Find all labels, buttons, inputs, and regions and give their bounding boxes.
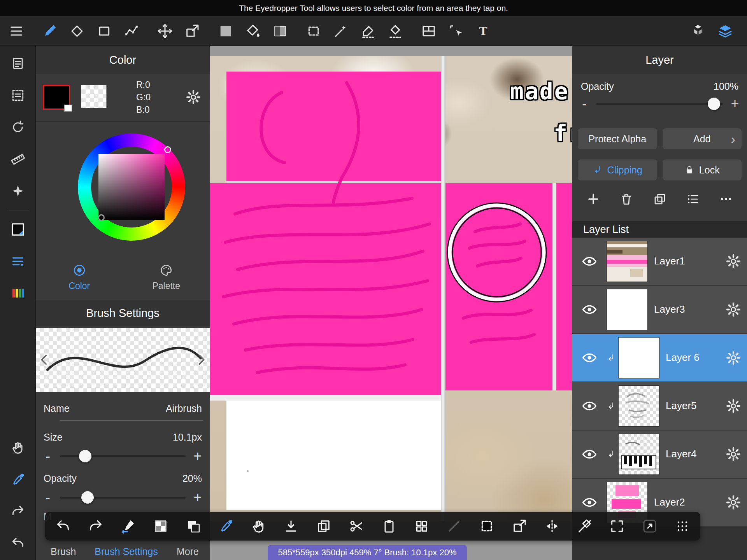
tool-material-icon[interactable] xyxy=(690,23,706,39)
quick-expand-icon[interactable] xyxy=(609,518,625,534)
opacity-plus-button[interactable]: + xyxy=(190,490,205,504)
layer-thumbnail[interactable] xyxy=(607,241,648,282)
side-select-list-icon[interactable] xyxy=(11,88,25,103)
quick-copy-front-icon[interactable] xyxy=(186,518,201,534)
more-options-icon[interactable] xyxy=(719,192,733,206)
quick-hand-icon[interactable] xyxy=(251,518,267,534)
tab-brush[interactable]: Brush xyxy=(51,546,76,557)
clipping-button[interactable]: Clipping xyxy=(578,159,657,180)
protect-alpha-button[interactable]: Protect Alpha xyxy=(578,128,657,149)
side-eyedropper-icon[interactable] xyxy=(11,472,25,487)
layer-row[interactable]: Layer3 xyxy=(572,286,747,334)
tool-select-eraser-icon[interactable] xyxy=(388,23,403,39)
opacity-minus-button[interactable]: - xyxy=(40,490,55,504)
layer-opacity-knob[interactable] xyxy=(708,98,720,110)
opacity-slider-knob[interactable] xyxy=(81,491,94,504)
add-layer-icon[interactable] xyxy=(586,192,600,206)
tool-wand-icon[interactable] xyxy=(333,23,349,39)
brush-name-value[interactable]: Airbrush xyxy=(166,403,202,414)
tab-color[interactable]: Color xyxy=(36,256,123,299)
tool-transform-icon[interactable] xyxy=(184,23,200,39)
layer-settings-gear-icon[interactable] xyxy=(726,446,741,462)
quick-marquee-fill-icon[interactable] xyxy=(479,518,494,534)
side-hand-icon[interactable] xyxy=(11,440,25,455)
layer-visibility-cell[interactable] xyxy=(572,334,607,382)
tool-move-icon[interactable] xyxy=(157,23,173,39)
quick-diag-icon[interactable] xyxy=(446,518,462,534)
layer-settings-gear-icon[interactable] xyxy=(726,495,741,510)
layer-thumbnail[interactable] xyxy=(618,337,659,378)
tool-polyline-icon[interactable] xyxy=(124,23,139,39)
layer-row[interactable]: Layer 6 xyxy=(572,334,747,382)
tool-panel-icon[interactable] xyxy=(421,23,437,39)
layer-visibility-cell[interactable] xyxy=(572,382,607,430)
quick-eyedropper-icon[interactable] xyxy=(218,518,234,534)
layer-visible-icon[interactable] xyxy=(581,398,598,414)
opacity-slider-track[interactable] xyxy=(60,497,186,499)
add-button[interactable]: Add › xyxy=(663,128,742,149)
secondary-color-swatch[interactable] xyxy=(81,85,107,108)
side-paint-deco-icon[interactable] xyxy=(11,184,25,198)
tool-select-icon[interactable] xyxy=(306,23,321,39)
quick-download-icon[interactable] xyxy=(283,518,299,534)
layer-thumbnail[interactable] xyxy=(607,289,648,330)
layer-opacity-minus-button[interactable]: - xyxy=(577,97,592,111)
primary-color-swatch[interactable] xyxy=(43,85,70,110)
tool-brush-icon[interactable] xyxy=(42,23,58,39)
tab-brush-settings[interactable]: Brush Settings xyxy=(95,546,158,557)
delete-layer-icon[interactable] xyxy=(619,192,633,206)
tool-text-icon[interactable]: T xyxy=(475,23,491,39)
layer-opacity-track[interactable] xyxy=(596,103,723,105)
quick-flip-icon[interactable] xyxy=(544,518,560,534)
quick-brush-arrows-icon[interactable] xyxy=(121,518,136,534)
side-undo-icon[interactable] xyxy=(11,536,25,551)
quick-redo-icon[interactable] xyxy=(88,518,103,534)
sv-marker[interactable] xyxy=(98,214,105,221)
tool-eraser-icon[interactable] xyxy=(69,23,85,39)
lock-button[interactable]: Lock xyxy=(663,159,742,180)
layer-thumbnail[interactable] xyxy=(618,385,659,427)
quick-grid4-icon[interactable] xyxy=(414,518,430,534)
side-color-bars-icon[interactable] xyxy=(11,286,25,301)
canvas-area[interactable]: made fr xyxy=(210,46,572,560)
quick-copy-icon[interactable] xyxy=(316,518,331,534)
side-ruler-icon[interactable] xyxy=(11,152,25,166)
layer-list-view-icon[interactable] xyxy=(686,192,700,206)
quick-undo-icon[interactable] xyxy=(55,518,71,534)
size-slider-knob[interactable] xyxy=(79,450,91,462)
layer-row[interactable]: Layer1 xyxy=(572,238,747,286)
layer-row[interactable]: Layer5 xyxy=(572,382,747,430)
quick-share-sq-icon[interactable] xyxy=(642,518,658,534)
tool-menu-icon[interactable] xyxy=(9,23,24,39)
side-redo-icon[interactable] xyxy=(11,504,25,519)
layer-visibility-cell[interactable] xyxy=(572,238,607,285)
layer-clipping-icon[interactable] xyxy=(607,353,616,362)
side-pages-icon[interactable] xyxy=(11,56,25,71)
quick-transform-icon[interactable] xyxy=(512,518,527,534)
tool-bucket-icon[interactable] xyxy=(245,23,261,39)
previous-brush-icon[interactable] xyxy=(37,353,51,367)
size-plus-button[interactable]: + xyxy=(190,449,205,463)
quick-clipboard-icon[interactable] xyxy=(381,518,397,534)
size-minus-button[interactable]: - xyxy=(40,449,55,463)
hue-marker[interactable] xyxy=(164,146,171,153)
layer-settings-gear-icon[interactable] xyxy=(726,302,741,317)
layer-visible-icon[interactable] xyxy=(581,301,598,318)
layer-row[interactable]: Layer4 xyxy=(572,430,747,479)
side-brush-list-icon[interactable] xyxy=(11,254,25,269)
next-brush-icon[interactable] xyxy=(194,353,208,367)
tool-deselect-icon[interactable] xyxy=(448,23,464,39)
color-wheel[interactable] xyxy=(78,133,185,241)
tab-more[interactable]: More xyxy=(177,546,199,557)
quick-scissors-icon[interactable] xyxy=(349,518,364,534)
layer-clipping-icon[interactable] xyxy=(607,401,616,411)
quick-dots9-icon[interactable] xyxy=(675,518,690,534)
side-fg-tile-icon[interactable] xyxy=(11,222,25,237)
side-rotate-icon[interactable] xyxy=(11,120,25,135)
tab-palette[interactable]: Palette xyxy=(123,256,210,299)
tool-swatch-icon[interactable] xyxy=(218,23,233,39)
layer-settings-gear-icon[interactable] xyxy=(726,254,741,269)
layer-thumbnail[interactable] xyxy=(618,434,659,475)
quick-checker-icon[interactable] xyxy=(153,518,168,534)
color-settings-gear-icon[interactable] xyxy=(186,89,201,105)
